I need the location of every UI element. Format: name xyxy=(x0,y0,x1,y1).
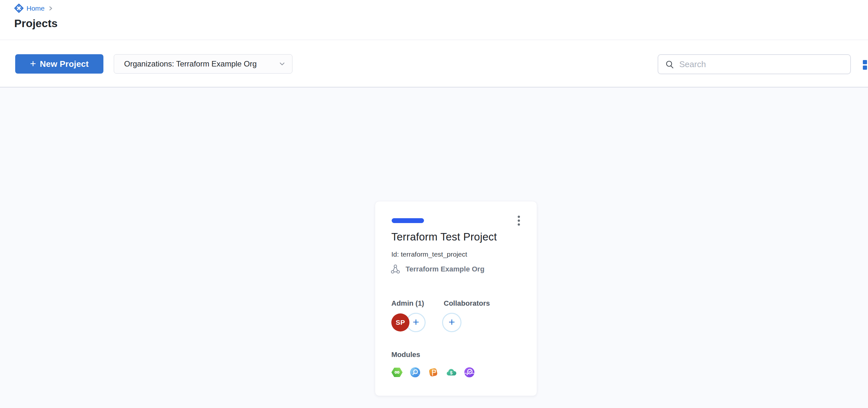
card-menu-button[interactable] xyxy=(515,214,523,228)
cloud-cost-dollar-cloud-icon: $ xyxy=(446,367,457,378)
plus-icon: + xyxy=(30,59,36,69)
chevron-right-icon xyxy=(48,5,53,11)
grid-view-icon[interactable] xyxy=(863,60,868,70)
project-card[interactable]: Terraform Test Project Id: terraform_tes… xyxy=(375,201,537,396)
search-icon xyxy=(665,60,674,69)
projects-page: Home Projects + New Project Organization… xyxy=(0,0,868,408)
org-name: Terraform Example Org xyxy=(406,265,485,273)
collaborators-section-label: Collaborators xyxy=(444,299,490,308)
plus-icon: + xyxy=(413,316,419,327)
admin-section-label: Admin (1) xyxy=(391,299,424,308)
reliability-magnifier-check-icon xyxy=(464,367,475,378)
modules-section-label: Modules xyxy=(391,350,420,359)
org-network-icon xyxy=(391,264,400,274)
new-project-button[interactable]: + New Project xyxy=(15,54,103,74)
modules-row: $ xyxy=(391,367,475,378)
organizations-filter-value: Organizations: Terraform Example Org xyxy=(124,59,279,68)
search-input[interactable] xyxy=(679,59,844,70)
project-id: Id: terraform_test_project xyxy=(391,250,467,259)
feature-flags-flag-icon xyxy=(428,367,439,378)
home-diamond-icon xyxy=(14,4,24,13)
plus-icon: + xyxy=(448,316,455,327)
svg-text:$: $ xyxy=(450,370,453,375)
admin-avatars: + SP xyxy=(391,313,430,334)
toolbar: + New Project Organizations: Terraform E… xyxy=(0,40,868,88)
add-collaborator-button[interactable]: + xyxy=(442,313,462,332)
chevron-down-icon xyxy=(279,60,286,67)
project-title: Terraform Test Project xyxy=(391,231,497,243)
breadcrumb: Home xyxy=(14,4,53,13)
content-area: Terraform Test Project Id: terraform_tes… xyxy=(0,88,868,408)
organizations-filter-dropdown[interactable]: Organizations: Terraform Example Org xyxy=(114,54,292,74)
project-organization: Terraform Example Org xyxy=(391,264,485,274)
breadcrumb-home-link[interactable]: Home xyxy=(27,4,44,12)
ci-circle-magnifier-icon xyxy=(409,367,421,378)
page-header: Home Projects xyxy=(0,0,868,40)
cd-hexagon-infinity-icon xyxy=(391,367,403,378)
page-title: Projects xyxy=(14,17,58,30)
avatar[interactable]: SP xyxy=(391,313,409,332)
project-color-bar xyxy=(392,218,424,223)
new-project-label: New Project xyxy=(40,59,89,69)
search-box xyxy=(658,54,851,74)
